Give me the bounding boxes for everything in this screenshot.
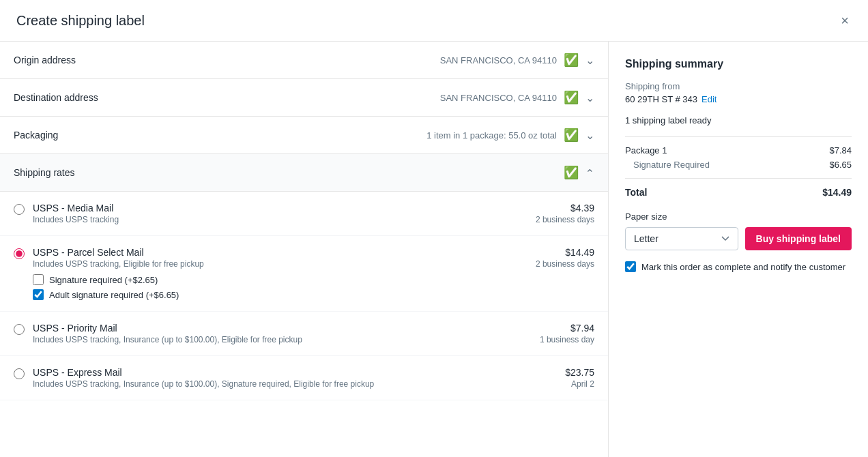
origin-chevron-icon: ⌄ xyxy=(585,54,594,67)
shipping-from-address: 60 29TH ST # 343 Edit xyxy=(625,94,852,104)
rates-chevron-icon: ⌄ xyxy=(585,166,594,179)
rate-priority-mail-delivery: 1 business day xyxy=(540,335,594,344)
modal-body: Origin address SAN FRANCISCO, CA 94110 ✅… xyxy=(0,42,868,457)
destination-header-left: Destination address xyxy=(14,92,98,103)
origin-label: Origin address xyxy=(14,55,76,65)
mark-complete-label: Mark this order as complete and notify t… xyxy=(641,262,845,272)
destination-address-section: Destination address SAN FRANCISCO, CA 94… xyxy=(0,79,608,117)
addon-adult-sig-checkbox[interactable] xyxy=(33,289,44,300)
package-line: Package 1 $7.84 xyxy=(625,145,852,156)
destination-header-right: SAN FRANCISCO, CA 94110 ✅ ⌄ xyxy=(440,90,594,105)
rate-express-mail-radio[interactable] xyxy=(14,368,25,379)
total-line: Total $14.49 xyxy=(625,187,852,198)
shipping-from-section: Shipping from 60 29TH ST # 343 Edit xyxy=(625,81,852,104)
right-panel: Shipping summary Shipping from 60 29TH S… xyxy=(609,42,868,457)
total-price: $14.49 xyxy=(822,187,852,198)
rate-parcel-select-radio[interactable] xyxy=(14,248,25,259)
rate-priority-mail: USPS - Priority Mail Includes USPS track… xyxy=(0,312,608,356)
rate-priority-mail-price-section: $7.94 1 business day xyxy=(540,323,594,344)
rate-parcel-select-price-section: $14.49 2 business days xyxy=(536,247,594,269)
shipping-address-text: 60 29TH ST # 343 xyxy=(625,94,697,104)
rate-parcel-select-name: USPS - Parcel Select Mail xyxy=(33,247,527,258)
rate-media-mail: USPS - Media Mail Includes USPS tracking… xyxy=(0,192,608,236)
rate-express-mail-name: USPS - Express Mail xyxy=(33,367,557,378)
summary-divider-1 xyxy=(625,136,852,137)
rate-express-mail-price-section: $23.75 April 2 xyxy=(565,367,594,389)
shipping-rates-section: Shipping rates ✅ ⌄ USPS - Media Mail Inc… xyxy=(0,154,608,400)
rate-parcel-addons: Signature required (+$2.65) Adult signat… xyxy=(33,274,527,300)
rate-media-mail-price: $4.39 xyxy=(536,203,594,213)
paper-size-row: Letter 4x6 in Buy shipping label xyxy=(625,227,852,250)
packaging-chevron-icon: ⌄ xyxy=(585,129,594,142)
buy-shipping-label-button[interactable]: Buy shipping label xyxy=(745,227,852,250)
rates-check-icon: ✅ xyxy=(564,165,579,180)
rate-priority-mail-radio[interactable] xyxy=(14,324,25,335)
package-price: $7.84 xyxy=(829,145,852,156)
origin-check-icon: ✅ xyxy=(564,53,579,68)
summary-title: Shipping summary xyxy=(625,58,852,70)
packaging-header-right: 1 item in 1 package: 55.0 oz total ✅ ⌄ xyxy=(426,128,594,143)
destination-chevron-icon: ⌄ xyxy=(585,91,594,104)
rate-express-mail-info: USPS - Express Mail Includes USPS tracki… xyxy=(33,367,557,389)
addon-adult-sig-label: Adult signature required (+$6.65) xyxy=(49,290,179,300)
addon-signature-label: Signature required (+$2.65) xyxy=(49,275,158,285)
shipping-ready-label: 1 shipping label ready xyxy=(625,115,852,126)
origin-header-right: SAN FRANCISCO, CA 94110 ✅ ⌄ xyxy=(440,53,594,68)
packaging-header-left: Packaging xyxy=(14,130,58,141)
signature-line: Signature Required $6.65 xyxy=(625,160,852,170)
rate-priority-mail-info: USPS - Priority Mail Includes USPS track… xyxy=(33,323,532,344)
rate-express-mail-desc: Includes USPS tracking, Insurance (up to… xyxy=(33,379,557,389)
rate-media-mail-desc: Includes USPS tracking xyxy=(33,215,527,224)
rate-express-mail: USPS - Express Mail Includes USPS tracki… xyxy=(0,356,608,400)
shipping-rates-label: Shipping rates xyxy=(14,167,75,178)
paper-size-section: Paper size Letter 4x6 in Buy shipping la… xyxy=(625,211,852,250)
rate-express-mail-price: $23.75 xyxy=(565,367,594,378)
destination-label: Destination address xyxy=(14,92,98,103)
close-button[interactable]: × xyxy=(838,11,852,30)
rate-parcel-select: USPS - Parcel Select Mail Includes USPS … xyxy=(0,236,608,312)
modal-header: Create shipping label × xyxy=(0,0,868,42)
edit-address-link[interactable]: Edit xyxy=(701,94,717,104)
rate-priority-mail-name: USPS - Priority Mail xyxy=(33,323,532,334)
rate-express-mail-delivery: April 2 xyxy=(565,379,594,389)
packaging-check-icon: ✅ xyxy=(564,128,579,143)
destination-address-header[interactable]: Destination address SAN FRANCISCO, CA 94… xyxy=(0,79,608,116)
rate-parcel-select-price: $14.49 xyxy=(536,247,594,258)
packaging-header[interactable]: Packaging 1 item in 1 package: 55.0 oz t… xyxy=(0,117,608,153)
paper-size-select[interactable]: Letter 4x6 in xyxy=(625,227,738,250)
rate-media-mail-info: USPS - Media Mail Includes USPS tracking xyxy=(33,203,527,224)
mark-complete-checkbox[interactable] xyxy=(625,261,636,272)
addon-adult-sig-row: Adult signature required (+$6.65) xyxy=(33,289,527,300)
packaging-label: Packaging xyxy=(14,130,58,141)
origin-value: SAN FRANCISCO, CA 94110 xyxy=(440,55,557,65)
rate-priority-mail-desc: Includes USPS tracking, Insurance (up to… xyxy=(33,335,532,344)
rate-parcel-select-info: USPS - Parcel Select Mail Includes USPS … xyxy=(33,247,527,300)
package-label: Package 1 xyxy=(625,145,667,156)
signature-price: $6.65 xyxy=(829,160,852,170)
rate-media-mail-delivery: 2 business days xyxy=(536,215,594,224)
destination-value: SAN FRANCISCO, CA 94110 xyxy=(440,93,557,103)
addon-signature-checkbox[interactable] xyxy=(33,274,44,285)
rate-priority-mail-price: $7.94 xyxy=(540,323,594,334)
destination-check-icon: ✅ xyxy=(564,90,579,105)
shipping-rates-header[interactable]: Shipping rates ✅ ⌄ xyxy=(0,154,608,192)
origin-address-header[interactable]: Origin address SAN FRANCISCO, CA 94110 ✅… xyxy=(0,42,608,78)
total-label: Total xyxy=(625,187,647,198)
rate-media-mail-name: USPS - Media Mail xyxy=(33,203,527,213)
left-panel: Origin address SAN FRANCISCO, CA 94110 ✅… xyxy=(0,42,609,457)
mark-complete-row: Mark this order as complete and notify t… xyxy=(625,261,852,272)
shipping-from-label: Shipping from xyxy=(625,81,852,91)
summary-divider-2 xyxy=(625,178,852,179)
rate-parcel-select-delivery: 2 business days xyxy=(536,259,594,269)
paper-size-label: Paper size xyxy=(625,211,852,222)
signature-label: Signature Required xyxy=(625,160,710,170)
rate-media-mail-radio[interactable] xyxy=(14,204,25,215)
addon-signature-row: Signature required (+$2.65) xyxy=(33,274,527,285)
modal-title: Create shipping label xyxy=(16,13,145,29)
origin-address-section: Origin address SAN FRANCISCO, CA 94110 ✅… xyxy=(0,42,608,79)
rate-media-mail-price-section: $4.39 2 business days xyxy=(536,203,594,224)
rates-header-right: ✅ ⌄ xyxy=(564,165,594,180)
origin-header-left: Origin address xyxy=(14,55,76,65)
rate-parcel-select-desc: Includes USPS tracking, Eligible for fre… xyxy=(33,259,527,269)
packaging-section: Packaging 1 item in 1 package: 55.0 oz t… xyxy=(0,117,608,154)
